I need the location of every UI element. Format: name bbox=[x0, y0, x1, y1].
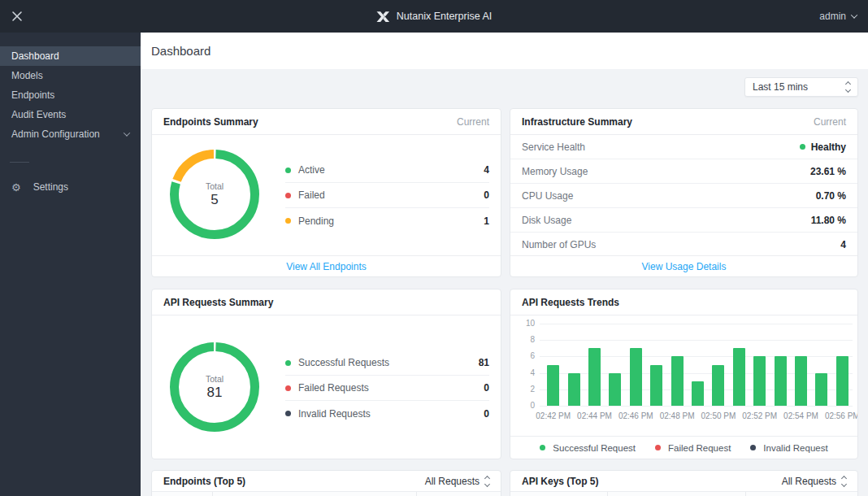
sidebar-item-audit-events[interactable]: Audit Events bbox=[0, 105, 141, 124]
api-requests-bar-chart: 024681002:42 PM02:44 PM02:46 PM02:48 PM0… bbox=[510, 315, 857, 436]
card-badge: Current bbox=[814, 116, 846, 128]
table-header-partial bbox=[510, 492, 857, 496]
sidebar-item-dashboard[interactable]: Dashboard bbox=[0, 46, 141, 66]
card-title: Endpoints (Top 5) bbox=[163, 476, 245, 487]
card-header: Infrastructure Summary Current bbox=[510, 109, 857, 135]
card-header: Endpoints (Top 5) All Requests bbox=[152, 471, 501, 492]
sidebar: Dashboard Models Endpoints Audit Events … bbox=[0, 33, 141, 496]
disk-usage-value: 11.80 % bbox=[811, 215, 846, 226]
app-window: Nutanix Enterprise AI admin Dashboard Mo… bbox=[0, 0, 868, 496]
card-title: API Requests Summary bbox=[163, 297, 273, 308]
infrastructure-summary-card: Infrastructure Summary Current Service H… bbox=[510, 108, 858, 277]
legend-row-invalid: Invalid Requests 0 bbox=[285, 401, 489, 426]
table-header-partial bbox=[152, 492, 501, 496]
sidebar-item-label: Dashboard bbox=[11, 50, 59, 62]
page-header: Dashboard bbox=[141, 33, 868, 69]
sidebar-item-label: Endpoints bbox=[11, 89, 54, 101]
user-menu[interactable]: admin bbox=[819, 11, 857, 22]
infra-row-memory-usage: Memory Usage 23.61 % bbox=[510, 159, 857, 184]
legend-item-failed: Failed Request bbox=[655, 443, 731, 453]
close-icon[interactable] bbox=[11, 11, 23, 22]
gpu-count-value: 4 bbox=[840, 239, 846, 250]
legend-row-active: Active 4 bbox=[285, 158, 489, 183]
trend-bar bbox=[753, 356, 766, 406]
healthy-dot-icon bbox=[800, 144, 805, 150]
sidebar-item-admin-configuration[interactable]: Admin Configuration bbox=[0, 124, 141, 144]
endpoints-summary-card: Endpoints Summary Current Total 5 Active… bbox=[151, 108, 501, 277]
memory-usage-value: 23.61 % bbox=[810, 166, 846, 177]
trend-bar bbox=[775, 356, 787, 406]
card-title: API Keys (Top 5) bbox=[522, 476, 598, 487]
chevron-down-icon bbox=[124, 129, 130, 136]
failed-dot-icon bbox=[285, 385, 291, 391]
pending-dot-icon bbox=[285, 218, 291, 224]
gear-icon: ⚙ bbox=[11, 182, 21, 193]
sidebar-item-label: Audit Events bbox=[11, 109, 66, 120]
trend-bar bbox=[609, 373, 621, 406]
trend-bar bbox=[692, 381, 704, 406]
legend-item-successful: Successful Request bbox=[540, 443, 636, 453]
trend-bar bbox=[795, 356, 807, 406]
card-badge: Current bbox=[457, 116, 489, 128]
legend-row-successful: Successful Requests 81 bbox=[285, 350, 489, 376]
trend-bar bbox=[733, 348, 745, 406]
active-dot-icon bbox=[285, 168, 291, 173]
time-range-value: Last 15 mins bbox=[753, 81, 808, 93]
endpoints-top5-filter-select[interactable]: All Requests bbox=[425, 476, 489, 487]
sidebar-item-settings[interactable]: ⚙ Settings bbox=[0, 177, 141, 197]
trend-bar bbox=[547, 365, 559, 407]
infra-row-disk-usage: Disk Usage 11.80 % bbox=[510, 208, 857, 233]
trend-bar bbox=[650, 365, 662, 407]
card-footer: View All Endpoints bbox=[152, 255, 501, 276]
sidebar-item-models[interactable]: Models bbox=[0, 66, 141, 85]
user-menu-label: admin bbox=[819, 11, 846, 22]
donut-center-label: Total 81 bbox=[166, 338, 263, 436]
trend-legend: Successful Request Failed Request Invali… bbox=[510, 436, 857, 459]
select-caret-icon bbox=[842, 476, 846, 486]
trend-bar bbox=[712, 365, 724, 407]
infra-row-cpu-usage: CPU Usage 0.70 % bbox=[510, 184, 857, 208]
card-title: Infrastructure Summary bbox=[522, 116, 632, 128]
legend-row-failed: Failed 0 bbox=[285, 183, 489, 208]
trend-bar bbox=[588, 348, 601, 406]
cpu-usage-value: 0.70 % bbox=[816, 190, 846, 202]
trend-bar bbox=[568, 373, 580, 406]
time-range-select[interactable]: Last 15 mins bbox=[744, 77, 858, 97]
app-brand: Nutanix Enterprise AI bbox=[376, 0, 492, 33]
sidebar-item-endpoints[interactable]: Endpoints bbox=[0, 85, 141, 105]
view-usage-details-link[interactable]: View Usage Details bbox=[642, 261, 727, 272]
trend-bar bbox=[836, 356, 848, 406]
api-keys-top5-filter-select[interactable]: All Requests bbox=[782, 476, 846, 487]
endpoints-donut-chart: Total 5 bbox=[166, 146, 263, 243]
sidebar-item-label: Models bbox=[11, 70, 43, 81]
page-title: Dashboard bbox=[151, 44, 210, 58]
service-health-value: Healthy bbox=[811, 141, 846, 153]
chevron-down-icon bbox=[851, 11, 857, 18]
select-caret-icon bbox=[846, 82, 850, 92]
api-requests-summary-card: API Requests Summary Total 81 Successful… bbox=[151, 289, 501, 459]
nutanix-logo-icon bbox=[376, 11, 390, 23]
api-keys-top5-card: API Keys (Top 5) All Requests bbox=[510, 470, 858, 496]
view-all-endpoints-link[interactable]: View All Endpoints bbox=[286, 261, 367, 272]
trend-bar bbox=[815, 373, 827, 406]
trend-bar bbox=[671, 356, 684, 406]
api-requests-donut-chart: Total 81 bbox=[166, 338, 263, 436]
invalid-dot-icon bbox=[750, 445, 756, 450]
main-content: Dashboard Last 15 mins Endpoints Summary… bbox=[141, 33, 868, 496]
successful-dot-icon bbox=[540, 445, 545, 450]
sidebar-item-label: Settings bbox=[33, 181, 68, 193]
card-title: API Requests Trends bbox=[522, 297, 619, 308]
card-title: Endpoints Summary bbox=[163, 116, 258, 128]
app-title: Nutanix Enterprise AI bbox=[397, 11, 492, 22]
donut-center-label: Total 5 bbox=[166, 146, 263, 243]
infra-row-service-health: Service Health Healthy bbox=[510, 135, 857, 159]
card-header: API Keys (Top 5) All Requests bbox=[510, 471, 857, 492]
infra-row-gpus: Number of GPUs 4 bbox=[510, 233, 857, 257]
api-requests-legend: Successful Requests 81 Failed Requests 0… bbox=[285, 350, 489, 426]
failed-dot-icon bbox=[655, 445, 661, 450]
sidebar-item-label: Admin Configuration bbox=[11, 128, 100, 140]
failed-dot-icon bbox=[285, 193, 291, 198]
endpoints-legend: Active 4 Failed 0 Pending 1 bbox=[285, 158, 489, 233]
trend-bar bbox=[630, 348, 642, 406]
legend-item-invalid: Invalid Request bbox=[750, 443, 827, 453]
